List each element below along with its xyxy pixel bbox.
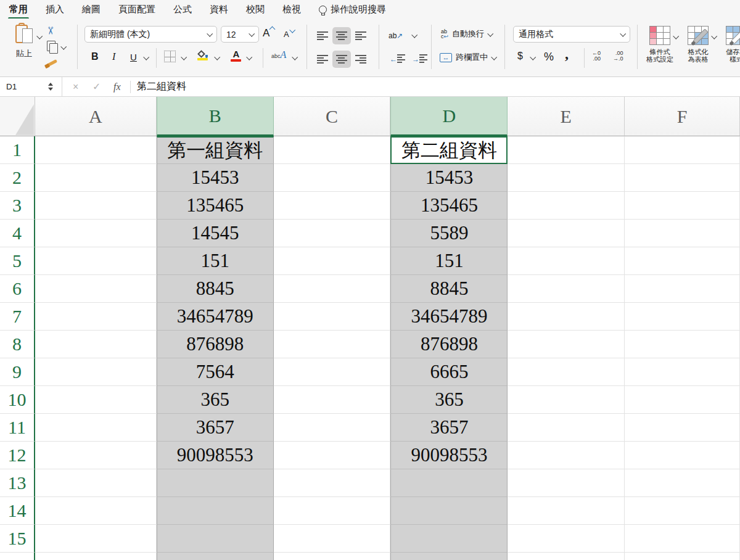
cell-A8[interactable] (35, 331, 157, 358)
cell-B12[interactable]: 90098553 (157, 442, 274, 469)
help-search[interactable]: 操作說明搜尋 (319, 4, 386, 15)
cell-F7[interactable] (625, 303, 740, 331)
cell-C12[interactable] (274, 442, 391, 469)
cell-C8[interactable] (274, 331, 391, 358)
merge-center-button[interactable]: ↔ 跨欄置中 (440, 52, 496, 63)
cell-B4[interactable]: 14545 (157, 220, 274, 247)
row-number-16[interactable] (0, 553, 35, 560)
copy-chevron-icon[interactable] (60, 44, 67, 50)
cell-A3[interactable] (35, 192, 157, 220)
paste-button[interactable]: 貼上 (10, 23, 38, 59)
underline-chevron-icon[interactable] (143, 54, 149, 60)
cell-E3[interactable] (508, 192, 625, 220)
align-middle-button[interactable] (332, 27, 351, 44)
cell-A7[interactable] (35, 303, 157, 331)
cell-E12[interactable] (508, 442, 625, 469)
cell-D4[interactable]: 5589 (390, 220, 508, 247)
cell-C10[interactable] (274, 386, 391, 414)
cell-D5[interactable]: 151 (390, 247, 508, 275)
cell-E6[interactable] (508, 275, 625, 303)
cell-F14[interactable] (625, 497, 740, 525)
strikethrough-chevron-icon[interactable] (292, 54, 298, 60)
column-header-D[interactable]: D (390, 97, 508, 136)
cell-A1[interactable] (35, 136, 157, 164)
formula-bar-value[interactable]: 第二組資料 (137, 77, 186, 96)
cell-A2[interactable] (35, 164, 157, 192)
row-number-7[interactable]: 7 (0, 303, 35, 331)
cell-E1[interactable] (508, 136, 625, 164)
cell-A5[interactable] (35, 247, 157, 275)
orientation-chevron-icon[interactable] (411, 32, 417, 38)
cell-F11[interactable] (625, 414, 740, 442)
row-number-8[interactable]: 8 (0, 331, 35, 358)
menu-tab-校閱[interactable]: 校閱 (246, 4, 265, 15)
cell-E8[interactable] (508, 331, 625, 358)
column-header-A[interactable]: A (35, 97, 157, 136)
cell-A14[interactable] (35, 497, 157, 525)
cell-C1[interactable] (274, 136, 391, 164)
row-number-3[interactable]: 3 (0, 192, 35, 220)
align-top-button[interactable] (313, 27, 332, 44)
wrap-text-button[interactable]: abc↩ 自動換行 (441, 28, 492, 39)
cell-B13[interactable] (157, 469, 274, 497)
cell-B2[interactable]: 15453 (157, 164, 274, 192)
cut-button[interactable]: ✂ (46, 25, 54, 36)
cell-A11[interactable] (35, 414, 157, 442)
row-number-2[interactable]: 2 (0, 164, 35, 192)
cell-C15[interactable] (274, 525, 391, 553)
cell-E5[interactable] (508, 247, 625, 275)
cell-A13[interactable] (35, 469, 157, 497)
cell-E2[interactable] (508, 164, 625, 192)
conditional-formatting-button[interactable]: 條件式格式設定 (645, 26, 675, 63)
cell-F6[interactable] (625, 275, 740, 303)
cell-D8[interactable]: 876898 (390, 331, 508, 358)
font-color-button[interactable]: A (231, 49, 242, 60)
underline-button[interactable]: U (130, 52, 137, 62)
cell-F15[interactable] (625, 525, 740, 553)
cell-F2[interactable] (625, 164, 740, 192)
column-header-E[interactable]: E (508, 97, 625, 136)
comma-style-button[interactable]: , (565, 46, 569, 62)
row-number-12[interactable]: 12 (0, 442, 35, 469)
menu-tab-檢視[interactable]: 檢視 (282, 4, 301, 15)
cell-C7[interactable] (274, 303, 391, 331)
cell-C3[interactable] (274, 192, 391, 220)
orientation-button[interactable]: ab↗ (388, 30, 403, 41)
cell-D14[interactable] (390, 497, 508, 525)
cell-F10[interactable] (625, 386, 740, 414)
bold-button[interactable]: B (91, 51, 99, 62)
cell-E15[interactable] (508, 525, 625, 553)
cell-B5[interactable]: 151 (157, 247, 274, 275)
row-number-13[interactable]: 13 (0, 469, 35, 497)
cell-F13[interactable] (625, 469, 740, 497)
percent-button[interactable]: % (544, 51, 554, 64)
align-left-button[interactable] (313, 51, 332, 68)
cell-C4[interactable] (274, 220, 391, 247)
cell-B7[interactable]: 34654789 (157, 303, 274, 331)
cell-A16[interactable] (35, 553, 157, 560)
cell-C5[interactable] (274, 247, 391, 275)
cell-D1[interactable]: 第二組資料 (390, 136, 508, 164)
column-header-B[interactable]: B (157, 97, 274, 136)
cell-A4[interactable] (35, 220, 157, 247)
row-number-1[interactable]: 1 (0, 136, 35, 164)
row-number-5[interactable]: 5 (0, 247, 35, 275)
number-format-select[interactable]: 通用格式 (513, 26, 630, 43)
align-bottom-button[interactable] (352, 27, 370, 44)
row-number-10[interactable]: 10 (0, 386, 35, 414)
cell-D6[interactable]: 8845 (390, 275, 508, 303)
cell-C11[interactable] (274, 414, 391, 442)
cell-C14[interactable] (274, 497, 391, 525)
cell-A15[interactable] (35, 525, 157, 553)
strikethrough-button[interactable]: abcA (271, 49, 286, 60)
currency-button[interactable]: $ (517, 51, 523, 62)
cell-B3[interactable]: 135465 (157, 192, 274, 220)
cell-F12[interactable] (625, 442, 740, 469)
row-number-6[interactable]: 6 (0, 275, 35, 303)
cell-B10[interactable]: 365 (157, 386, 274, 414)
cell-E4[interactable] (508, 220, 625, 247)
select-all-corner[interactable] (0, 97, 35, 136)
cell-B6[interactable]: 8845 (157, 275, 274, 303)
align-center-button[interactable] (332, 51, 351, 68)
column-header-C[interactable]: C (274, 97, 391, 136)
